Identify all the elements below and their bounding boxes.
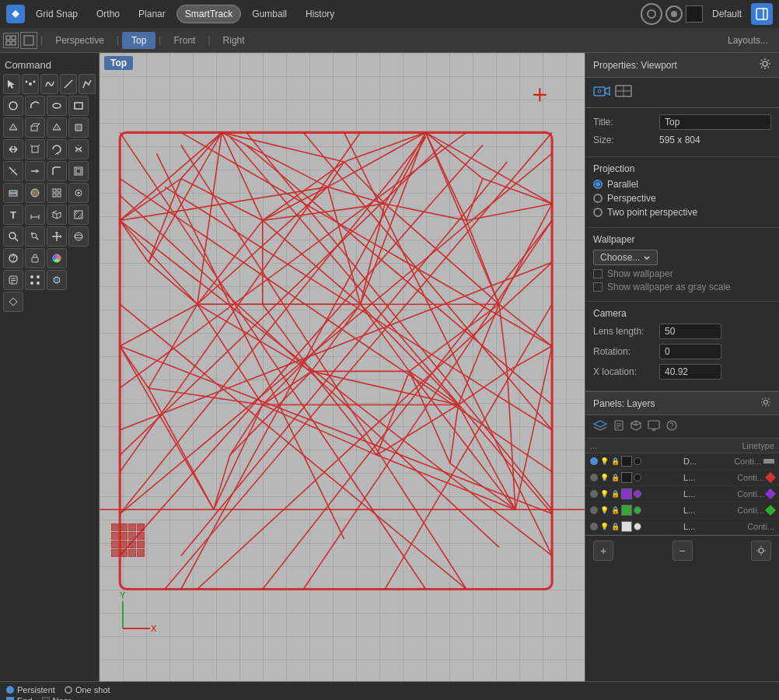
tab-front[interactable]: Front (164, 32, 204, 49)
layer-lock-2[interactable]: 🔒 (610, 489, 620, 499)
layers-panel-gear-icon[interactable] (760, 397, 771, 410)
show-wallpaper-checkbox[interactable] (593, 269, 603, 278)
viewport-area[interactable]: Top (100, 53, 585, 681)
near-checkbox[interactable] (42, 697, 50, 700)
end-option[interactable]: End (6, 696, 33, 700)
panel-gear-icon[interactable] (759, 58, 771, 72)
smarttrack-button[interactable]: SmartTrack (176, 5, 242, 23)
layers-page-icon[interactable] (613, 420, 624, 433)
mirror-tool[interactable] (68, 139, 89, 159)
line-tool[interactable] (60, 74, 77, 94)
grid-snap-icon[interactable] (3, 33, 19, 48)
text-tool[interactable]: T (3, 205, 23, 225)
offset-tool[interactable] (68, 161, 89, 181)
planar-button[interactable]: Planar (131, 5, 173, 23)
color-wheel-tool[interactable] (47, 248, 67, 268)
layer-bulb-4[interactable]: 💡 (599, 522, 609, 531)
two-point-option[interactable]: Two point perspective (593, 207, 771, 218)
gridsnap-button[interactable]: Grid Snap (28, 5, 86, 23)
layer-bulb-1[interactable]: 💡 (599, 473, 609, 482)
choose-button[interactable]: Choose... (593, 250, 658, 265)
extrude-tool[interactable] (25, 117, 45, 138)
layer-color-0[interactable] (621, 456, 632, 467)
gumball-button[interactable]: Gumball (244, 5, 295, 23)
arc-tool[interactable] (25, 96, 45, 116)
rotation-input[interactable] (659, 344, 721, 359)
ellipse-tool[interactable] (47, 96, 67, 116)
layer-lock-0[interactable]: 🔒 (610, 457, 620, 466)
right-panel-button[interactable] (751, 3, 773, 25)
group-tool[interactable] (47, 183, 67, 203)
record-button[interactable] (641, 3, 662, 25)
layers-question-icon[interactable] (666, 420, 677, 433)
layer-bulb-2[interactable]: 💡 (599, 489, 609, 499)
trim-tool[interactable] (3, 161, 23, 181)
lens-input[interactable] (659, 324, 721, 339)
viewport-icon[interactable] (20, 32, 37, 49)
xloc-input[interactable] (659, 364, 721, 380)
layer-row-4[interactable]: 💡 🔒 L... Conti... (585, 519, 779, 535)
show-wallpaper-row[interactable]: Show wallpaper (593, 268, 771, 279)
scale-tool[interactable] (25, 139, 45, 159)
layer-bulb-0[interactable]: 💡 (599, 457, 609, 466)
layer-lock-4[interactable]: 🔒 (610, 522, 620, 531)
layers-stack-icon[interactable] (593, 420, 607, 433)
layer-row-0[interactable]: 💡 🔒 D... Conti... (585, 453, 779, 470)
show-grayscale-checkbox[interactable] (593, 282, 603, 292)
array-tool[interactable] (25, 270, 45, 290)
end-checkbox[interactable] (6, 697, 14, 700)
persistent-option[interactable]: Persistent (6, 685, 55, 695)
ortho-button[interactable]: Ortho (89, 5, 128, 23)
lock-tool[interactable] (25, 248, 45, 268)
layouts-button[interactable]: Layouts... (720, 32, 776, 49)
fillet-tool[interactable] (47, 161, 67, 181)
tab-perspective[interactable]: Perspective (46, 32, 114, 49)
layer-row-1[interactable]: 💡 🔒 L... Conti... (585, 470, 779, 486)
layers-monitor-icon[interactable] (648, 420, 660, 433)
viewport-canvas[interactable]: X Y (100, 53, 585, 681)
show-grayscale-row[interactable]: Show wallpaper as gray scale (593, 282, 771, 292)
title-field-input[interactable] (659, 114, 771, 130)
tab-right[interactable]: Right (214, 32, 254, 49)
layer-row-3[interactable]: 💡 🔒 L... Conti... (585, 502, 779, 519)
rotate-tool[interactable] (47, 139, 67, 159)
hatch-tool[interactable] (68, 205, 89, 225)
help-tool[interactable] (3, 248, 23, 268)
add-layer-button[interactable]: + (593, 541, 613, 561)
block-tool[interactable] (47, 205, 67, 225)
two-point-radio[interactable] (593, 208, 603, 217)
layer-color-4[interactable] (621, 521, 632, 532)
remove-layer-button[interactable]: − (672, 541, 693, 561)
layer-color-2[interactable] (621, 488, 632, 499)
transform-tool[interactable] (3, 139, 23, 159)
viewport-square-icon[interactable] (615, 84, 632, 101)
orbit-tool[interactable] (68, 226, 89, 247)
layer-color-1[interactable] (621, 472, 632, 483)
cursor-move-tool[interactable] (3, 292, 23, 312)
near-option[interactable]: Near (42, 696, 72, 700)
rectangle-tool[interactable] (68, 96, 89, 116)
one-shot-radio[interactable] (65, 686, 72, 694)
pointcloud-tool[interactable] (47, 270, 67, 290)
one-shot-option[interactable]: One shot (65, 685, 110, 695)
zoom-all-tool[interactable] (25, 226, 45, 247)
circle-record-button[interactable] (665, 5, 683, 23)
surface-tool[interactable] (3, 117, 23, 138)
dim-tool[interactable] (25, 205, 45, 225)
circle-tool[interactable] (3, 96, 23, 116)
snap-tool[interactable] (68, 183, 89, 203)
extend-tool[interactable] (25, 161, 45, 181)
layer-lock-1[interactable]: 🔒 (610, 473, 620, 482)
layer-bulb-3[interactable]: 💡 (599, 506, 609, 515)
layer-tool[interactable] (3, 183, 23, 203)
history-button[interactable]: History (298, 5, 342, 23)
select-tool[interactable] (3, 74, 20, 94)
mesh-tool[interactable] (47, 117, 67, 138)
perspective-radio[interactable] (593, 194, 603, 203)
persistent-radio[interactable] (6, 686, 14, 694)
material-tool[interactable] (25, 183, 45, 203)
layer-color-3[interactable] (621, 505, 632, 516)
perspective-option[interactable]: Perspective (593, 193, 771, 204)
layer-row-2[interactable]: 💡 🔒 L... Conti... (585, 486, 779, 502)
solid-tool[interactable] (68, 117, 89, 138)
